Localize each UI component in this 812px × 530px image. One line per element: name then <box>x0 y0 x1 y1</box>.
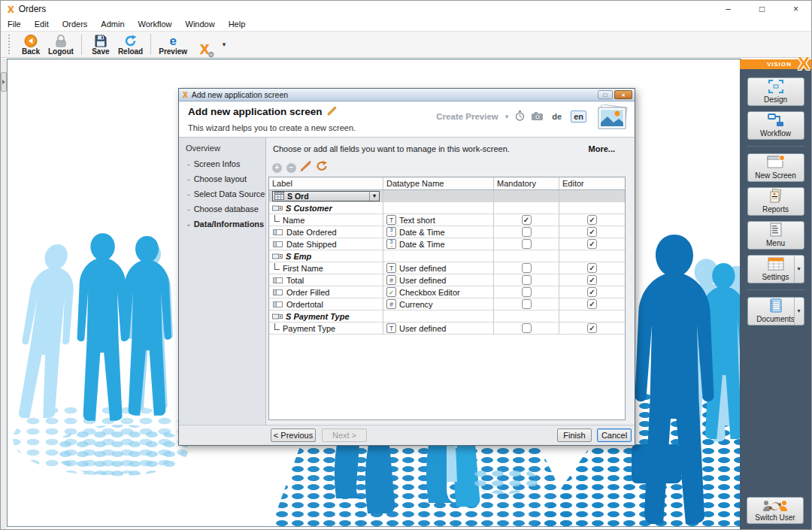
toolbar-preview-button[interactable]: ePreview <box>156 32 190 56</box>
preview-image-icon[interactable] <box>597 104 629 130</box>
editor-checkbox[interactable]: ✓ <box>587 287 597 297</box>
mandatory-checkbox[interactable] <box>522 239 532 249</box>
menu-item-workflow[interactable]: Workflow <box>132 19 179 29</box>
documents-dropdown-icon[interactable]: ▾ <box>794 298 804 325</box>
editor-checkbox[interactable]: ✓ <box>587 215 597 225</box>
table-row-date-shipped[interactable]: Date Shipped3◔Date & Time✓ <box>269 238 625 250</box>
editor-checkbox[interactable]: ✓ <box>587 239 597 249</box>
vision-reports-button[interactable]: Reports <box>747 187 804 216</box>
mandatory-checkbox[interactable] <box>522 299 532 309</box>
language-en-button[interactable]: en <box>571 111 586 123</box>
dialog-maximize-icon[interactable]: □ <box>598 90 613 99</box>
text-datatype-icon: T <box>386 215 396 225</box>
table-row-date-ordered[interactable]: Date Ordered3◔Date & Time✓ <box>269 226 625 238</box>
datatype-cell <box>383 310 494 323</box>
minimize-icon[interactable]: – <box>711 1 745 17</box>
table-row-first-name[interactable]: First NameTUser defined✓ <box>269 262 625 274</box>
column-header-datatype-name[interactable]: Datatype Name <box>383 177 494 190</box>
nav-step-select-data-source[interactable]: Select Data Source <box>187 189 265 198</box>
remove-field-icon[interactable]: − <box>286 163 296 173</box>
group-expand-icon[interactable] <box>272 313 283 320</box>
previous-button[interactable]: < Previous <box>271 429 316 442</box>
toolbar-preview-label: Preview <box>159 47 187 56</box>
group-expand-icon[interactable] <box>272 253 283 259</box>
settings-dropdown-icon[interactable]: ▾ <box>794 256 804 283</box>
toolbar-save-button[interactable]: Save <box>86 32 115 56</box>
nav-step-choose-database[interactable]: Choose database <box>187 204 265 214</box>
group-expand-icon[interactable] <box>272 205 283 211</box>
table-row-ordertotal[interactable]: Ordertotal#Currency✓ <box>269 298 625 310</box>
editor-cell: ✓ <box>559 238 625 250</box>
mandatory-checkbox[interactable] <box>522 227 532 237</box>
column-header-editor[interactable]: Editor <box>559 177 625 190</box>
table-row-total[interactable]: Total#User defined✓ <box>269 274 625 286</box>
table-row-s-emp[interactable]: S Emp <box>269 250 625 262</box>
table-row-s-customer[interactable]: S Customer <box>269 202 625 214</box>
next-button[interactable]: Next > <box>322 429 367 442</box>
vision-settings-button[interactable]: Settings▾ <box>747 255 804 283</box>
editor-cell <box>559 250 625 262</box>
camera-icon[interactable] <box>532 112 543 122</box>
menu-item-orders[interactable]: Orders <box>56 19 95 29</box>
combobox-dropdown-icon[interactable]: ▾ <box>369 192 379 201</box>
fields-table: LabelDatatype NameMandatoryEditor S Ord▾… <box>268 177 626 420</box>
vision-workflow-label: Workflow <box>760 129 791 138</box>
menu-item-file[interactable]: File <box>1 19 28 29</box>
maximize-icon[interactable]: □ <box>745 1 779 17</box>
vision-separator <box>747 289 805 290</box>
mandatory-checkbox[interactable] <box>522 323 532 333</box>
table-row-s-payment-type[interactable]: S Payment Type <box>269 310 625 323</box>
column-header-mandatory[interactable]: Mandatory <box>494 177 559 190</box>
mandatory-cell <box>494 323 559 335</box>
menu-item-admin[interactable]: Admin <box>94 19 131 29</box>
toolbar-logout-button[interactable]: Logout <box>45 32 77 56</box>
vision-workflow-button[interactable]: Workflow <box>747 111 804 140</box>
table-row-name[interactable]: NameTText short✓✓ <box>269 214 625 226</box>
mandatory-checkbox[interactable] <box>522 275 532 285</box>
panel-collapse-handle[interactable] <box>1 72 7 92</box>
close-icon[interactable]: × <box>779 1 812 17</box>
table-row-s-ord[interactable]: S Ord▾ <box>269 190 625 202</box>
table-row-order-filled[interactable]: Order Filled✓Checkbox Editor✓ <box>269 286 625 298</box>
toolbar-back-button[interactable]: Back <box>17 32 45 56</box>
mandatory-checkbox[interactable] <box>522 263 532 273</box>
table-row-payment-type[interactable]: Payment TypeTUser defined✓ <box>269 323 625 335</box>
group-label: S Payment Type <box>286 312 350 321</box>
datatype-cell: #Currency <box>383 298 494 310</box>
edit-field-icon[interactable] <box>301 161 312 174</box>
edit-pencil-icon[interactable] <box>327 107 338 118</box>
switch-user-button[interactable]: Switch User <box>747 497 804 524</box>
add-field-icon[interactable]: + <box>272 163 282 173</box>
datasource-combobox[interactable]: S Ord▾ <box>272 191 380 201</box>
more-link[interactable]: More... <box>589 144 615 153</box>
editor-checkbox[interactable]: ✓ <box>587 263 597 273</box>
nav-step-screen-infos[interactable]: Screen Infos <box>187 159 265 168</box>
dialog-close-icon[interactable]: × <box>614 90 632 99</box>
column-header-label[interactable]: Label <box>269 177 383 190</box>
create-preview-dropdown-icon[interactable]: ▾ <box>505 113 509 120</box>
history-icon[interactable] <box>515 111 525 123</box>
editor-checkbox[interactable]: ✓ <box>587 299 597 309</box>
mandatory-checkbox[interactable]: ✓ <box>522 215 532 225</box>
reset-fields-icon[interactable] <box>317 161 328 174</box>
editor-checkbox[interactable]: ✓ <box>587 275 597 285</box>
nav-step-choose-layout[interactable]: Choose layout <box>187 174 265 183</box>
vision-menu-button[interactable]: Menu <box>747 221 804 250</box>
menu-item-window[interactable]: Window <box>179 19 222 29</box>
toolbar-reload-button[interactable]: Reload <box>115 32 146 56</box>
menu-item-help[interactable]: Help <box>222 19 253 29</box>
vision-new-screen-button[interactable]: New Screen <box>747 153 804 182</box>
toolbar-dropdown-icon[interactable]: ▾ <box>219 33 229 56</box>
menu-item-edit[interactable]: Edit <box>28 19 56 29</box>
vision-documents-button[interactable]: Documents▾ <box>747 297 804 326</box>
create-preview-label[interactable]: Create Preview <box>436 112 498 121</box>
editor-checkbox[interactable]: ✓ <box>587 323 597 333</box>
finish-button[interactable]: Finish <box>557 429 592 442</box>
mandatory-checkbox[interactable] <box>522 287 532 297</box>
nav-step-data-informations[interactable]: Data/Informations <box>187 220 265 229</box>
editor-checkbox[interactable]: ✓ <box>587 227 597 237</box>
vision-design-button[interactable]: Design <box>747 77 804 106</box>
language-de-button[interactable]: de <box>550 111 564 122</box>
toolbar-visionx-button[interactable]: X⚙ <box>190 32 219 56</box>
cancel-button[interactable]: Cancel <box>597 429 632 442</box>
